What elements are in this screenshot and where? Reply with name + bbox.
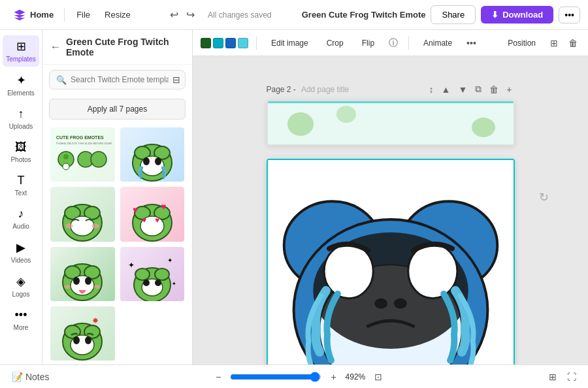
template-thumb-6[interactable]: ✦ ✦ ✦ xyxy=(119,246,186,302)
svg-point-12 xyxy=(155,157,161,165)
color-swatch-3[interactable] xyxy=(225,38,236,48)
apply-all-button[interactable]: Apply all 7 pages xyxy=(49,99,186,120)
frog-sparkle-svg: ✦ ✦ ✦ xyxy=(123,250,182,302)
zoom-controls: − + 492% ⊡ xyxy=(58,370,540,384)
template-thumb-1[interactable]: CUTE FROG EMOTES PLEASE DELETE THIS SLID… xyxy=(49,126,116,183)
svg-point-3 xyxy=(63,154,69,159)
toolbar-divider-2 xyxy=(408,37,409,50)
page-2-delete-button[interactable]: 🗑 xyxy=(487,82,501,96)
audio-label: Audio xyxy=(12,223,29,230)
page-2-top-preview[interactable] xyxy=(267,100,515,146)
svg-text:PLEASE DELETE THIS SLIDE BEFOR: PLEASE DELETE THIS SLIDE BEFORE DOWNLOAD… xyxy=(56,142,112,145)
templates-grid: CUTE FROG EMOTES PLEASE DELETE THIS SLID… xyxy=(42,123,192,364)
undo-button[interactable]: ↩ xyxy=(167,6,181,24)
svg-point-49 xyxy=(85,336,91,344)
frog-angry-svg: ✸ xyxy=(53,309,112,362)
template-thumb-3[interactable] xyxy=(49,186,116,242)
zoom-slider-input[interactable] xyxy=(230,372,321,382)
page-2-add-button[interactable]: + xyxy=(504,82,514,96)
panel-back-button[interactable]: ← xyxy=(50,41,61,53)
filter-icon[interactable]: ⊟ xyxy=(172,74,180,85)
search-bar: 🔍 ⊟ xyxy=(49,70,186,89)
svg-point-65 xyxy=(393,299,406,309)
svg-rect-55 xyxy=(268,101,515,103)
sidebar-item-more[interactable]: ••• More xyxy=(3,304,39,335)
main-area: ⊞ Templates ✦ Elements ↑ Uploads 🖼 Photo… xyxy=(0,30,588,364)
notes-button[interactable]: 📝 Notes xyxy=(8,370,53,384)
svg-point-48 xyxy=(73,336,80,344)
share-button[interactable]: Share xyxy=(431,5,476,24)
file-menu[interactable]: File xyxy=(70,7,97,22)
svg-text:✦: ✦ xyxy=(167,257,172,264)
template-thumb-5[interactable] xyxy=(49,246,116,302)
svg-point-43 xyxy=(155,280,161,286)
color-swatch-2[interactable] xyxy=(213,38,223,48)
page-2-frame[interactable] xyxy=(267,159,515,364)
refresh-button[interactable]: ↻ xyxy=(539,190,549,204)
sidebar-item-photos[interactable]: 🖼 Photos xyxy=(3,137,39,167)
sidebar-item-videos[interactable]: ▶ Videos xyxy=(3,236,39,268)
page-2-add-title[interactable]: Add page title xyxy=(301,85,349,94)
svg-text:✦: ✦ xyxy=(172,281,176,287)
save-status: All changes saved xyxy=(208,10,271,20)
animate-button[interactable]: Animate xyxy=(417,36,459,50)
page-2-down-button[interactable]: ▼ xyxy=(455,82,470,96)
svg-point-17 xyxy=(65,223,73,229)
home-label: Home xyxy=(30,10,54,20)
search-icon: 🔍 xyxy=(56,75,67,85)
sidebar-item-text[interactable]: T Text xyxy=(3,170,39,201)
topbar-menu: File Resize xyxy=(70,7,137,22)
redo-button[interactable]: ↪ xyxy=(184,6,197,24)
svg-point-32 xyxy=(85,277,91,285)
undo-redo: ↩ ↪ xyxy=(167,6,197,24)
page-2-up-button[interactable]: ▲ xyxy=(439,82,453,96)
sidebar-item-logos[interactable]: ◈ Logos xyxy=(3,270,39,302)
svg-text:✦: ✦ xyxy=(128,261,135,270)
page-2-copy-button[interactable]: ⧉ xyxy=(472,82,484,96)
delete-element-button[interactable]: 🗑 xyxy=(566,35,580,51)
sidebar-item-templates[interactable]: ⊞ Templates xyxy=(3,35,39,67)
page-2-arrange-button[interactable]: ↕ xyxy=(427,82,436,96)
search-input[interactable] xyxy=(71,75,169,84)
fullscreen-button[interactable]: ⛶ xyxy=(563,370,580,384)
edit-image-button[interactable]: Edit image xyxy=(265,36,315,50)
position-button[interactable]: Position xyxy=(501,36,542,50)
template-preview-1: CUTE FROG EMOTES PLEASE DELETE THIS SLID… xyxy=(50,127,115,183)
blue-frog-svg xyxy=(268,160,514,364)
sidebar-item-elements[interactable]: ✦ Elements xyxy=(3,69,39,101)
svg-point-34 xyxy=(94,285,101,289)
more-options-button[interactable]: ••• xyxy=(559,7,580,24)
template-thumb-4[interactable]: ♥ ♥ ♥ ♥ xyxy=(119,186,186,242)
resize-menu[interactable]: Resize xyxy=(98,7,137,22)
info-button[interactable]: ⓘ xyxy=(386,35,400,52)
svg-point-11 xyxy=(143,157,150,165)
left-panel: ← Green Cute Frog Twitch Emote 🔍 ⊟ Apply… xyxy=(42,30,193,364)
logos-icon: ◈ xyxy=(16,274,25,289)
color-swatch-4[interactable] xyxy=(238,38,248,48)
zoom-in-button[interactable]: + xyxy=(327,370,340,384)
svg-point-64 xyxy=(374,299,387,309)
home-button[interactable]: Home xyxy=(8,6,59,24)
crop-button[interactable]: Crop xyxy=(320,36,350,50)
svg-point-42 xyxy=(143,280,150,286)
bottom-bar: 📝 Notes − + 492% ⊡ ⊞ ⛶ xyxy=(0,364,588,388)
template-thumb-2[interactable] xyxy=(119,126,186,183)
frog-love-svg: ♥ ♥ ♥ ♥ xyxy=(123,190,182,243)
photos-icon: 🖼 xyxy=(15,140,27,154)
videos-label: Videos xyxy=(11,257,31,264)
frog-blush-svg xyxy=(53,190,112,243)
zoom-fit-button[interactable]: ⊡ xyxy=(370,370,386,384)
grid-button[interactable]: ⊞ xyxy=(547,35,561,51)
grid-view-button[interactable]: ⊞ xyxy=(545,370,561,384)
more-toolbar-button[interactable]: ••• xyxy=(464,35,479,51)
sidebar-item-uploads[interactable]: ↑ Uploads xyxy=(3,103,39,134)
page-2-main-container: ↻ xyxy=(267,159,515,364)
flip-button[interactable]: Flip xyxy=(355,36,381,50)
template-thumb-7[interactable]: ✸ xyxy=(49,305,116,362)
color-swatch-1[interactable] xyxy=(201,38,211,48)
download-button[interactable]: ⬇ Download xyxy=(481,6,553,24)
sidebar-item-audio[interactable]: ♪ Audio xyxy=(3,203,39,234)
template-preview-3 xyxy=(50,187,115,242)
zoom-out-button[interactable]: − xyxy=(212,370,225,384)
svg-point-31 xyxy=(73,277,80,285)
